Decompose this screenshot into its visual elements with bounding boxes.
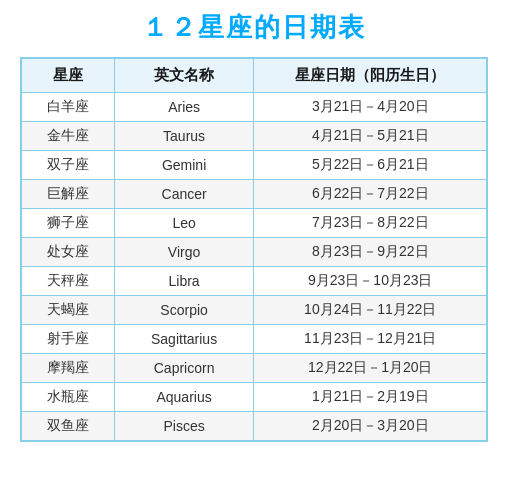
cell-chinese: 处女座 bbox=[21, 238, 114, 267]
header-chinese: 星座 bbox=[21, 58, 114, 93]
cell-date: 5月22日－6月21日 bbox=[254, 151, 487, 180]
header-english: 英文名称 bbox=[114, 58, 254, 93]
cell-english: Gemini bbox=[114, 151, 254, 180]
cell-chinese: 巨解座 bbox=[21, 180, 114, 209]
table-row: 摩羯座Capricorn12月22日－1月20日 bbox=[21, 354, 487, 383]
cell-chinese: 天秤座 bbox=[21, 267, 114, 296]
cell-chinese: 天蝎座 bbox=[21, 296, 114, 325]
cell-english: Cancer bbox=[114, 180, 254, 209]
table-row: 处女座Virgo8月23日－9月22日 bbox=[21, 238, 487, 267]
cell-date: 11月23日－12月21日 bbox=[254, 325, 487, 354]
cell-chinese: 射手座 bbox=[21, 325, 114, 354]
table-row: 双鱼座Pisces2月20日－3月20日 bbox=[21, 412, 487, 442]
cell-english: Capricorn bbox=[114, 354, 254, 383]
cell-date: 4月21日－5月21日 bbox=[254, 122, 487, 151]
cell-chinese: 摩羯座 bbox=[21, 354, 114, 383]
cell-english: Libra bbox=[114, 267, 254, 296]
header-date: 星座日期（阳历生日） bbox=[254, 58, 487, 93]
cell-date: 9月23日－10月23日 bbox=[254, 267, 487, 296]
table-row: 天秤座Libra9月23日－10月23日 bbox=[21, 267, 487, 296]
cell-english: Leo bbox=[114, 209, 254, 238]
cell-english: Scorpio bbox=[114, 296, 254, 325]
table-header-row: 星座 英文名称 星座日期（阳历生日） bbox=[21, 58, 487, 93]
cell-english: Sagittarius bbox=[114, 325, 254, 354]
cell-date: 2月20日－3月20日 bbox=[254, 412, 487, 442]
cell-english: Aries bbox=[114, 93, 254, 122]
cell-chinese: 白羊座 bbox=[21, 93, 114, 122]
cell-date: 12月22日－1月20日 bbox=[254, 354, 487, 383]
table-row: 射手座Sagittarius11月23日－12月21日 bbox=[21, 325, 487, 354]
table-row: 双子座Gemini5月22日－6月21日 bbox=[21, 151, 487, 180]
cell-chinese: 金牛座 bbox=[21, 122, 114, 151]
cell-english: Taurus bbox=[114, 122, 254, 151]
table-row: 水瓶座Aquarius1月21日－2月19日 bbox=[21, 383, 487, 412]
table-row: 白羊座Aries3月21日－4月20日 bbox=[21, 93, 487, 122]
table-row: 狮子座Leo7月23日－8月22日 bbox=[21, 209, 487, 238]
cell-date: 3月21日－4月20日 bbox=[254, 93, 487, 122]
table-row: 金牛座Taurus4月21日－5月21日 bbox=[21, 122, 487, 151]
cell-date: 10月24日－11月22日 bbox=[254, 296, 487, 325]
table-row: 巨解座Cancer6月22日－7月22日 bbox=[21, 180, 487, 209]
cell-chinese: 狮子座 bbox=[21, 209, 114, 238]
cell-english: Pisces bbox=[114, 412, 254, 442]
cell-date: 8月23日－9月22日 bbox=[254, 238, 487, 267]
cell-english: Virgo bbox=[114, 238, 254, 267]
zodiac-table: 星座 英文名称 星座日期（阳历生日） 白羊座Aries3月21日－4月20日金牛… bbox=[20, 57, 488, 442]
cell-date: 7月23日－8月22日 bbox=[254, 209, 487, 238]
cell-date: 1月21日－2月19日 bbox=[254, 383, 487, 412]
table-row: 天蝎座Scorpio10月24日－11月22日 bbox=[21, 296, 487, 325]
cell-english: Aquarius bbox=[114, 383, 254, 412]
cell-chinese: 水瓶座 bbox=[21, 383, 114, 412]
cell-chinese: 双鱼座 bbox=[21, 412, 114, 442]
cell-date: 6月22日－7月22日 bbox=[254, 180, 487, 209]
page-title: １２星座的日期表 bbox=[142, 10, 366, 45]
cell-chinese: 双子座 bbox=[21, 151, 114, 180]
